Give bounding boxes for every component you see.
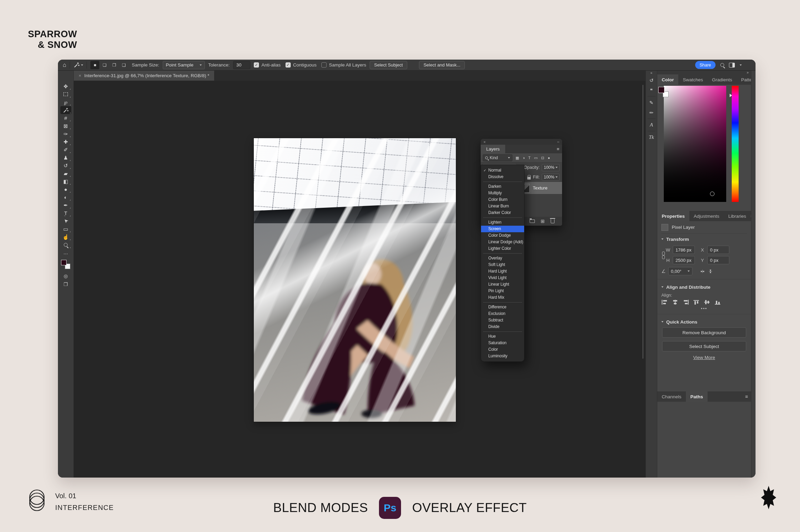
- delete-layer-icon[interactable]: [551, 219, 554, 223]
- filter-attribute-icon[interactable]: ●: [548, 156, 550, 160]
- slice-tool-icon[interactable]: ⊠: [60, 122, 71, 130]
- align-top-icon[interactable]: [693, 300, 700, 305]
- lasso-tool-icon[interactable]: ℘: [60, 98, 71, 106]
- chevron-down-icon[interactable]: [740, 64, 742, 66]
- blend-mode-item-subtract[interactable]: Subtract: [481, 317, 524, 324]
- color-cursor[interactable]: [710, 192, 714, 196]
- move-tool-icon[interactable]: ✥: [60, 82, 71, 90]
- lock-icon[interactable]: [527, 177, 531, 180]
- blend-mode-item-vivid-light[interactable]: Vivid Light: [481, 275, 524, 281]
- foreground-color-swatch[interactable]: [61, 260, 67, 265]
- tab-layers[interactable]: Layers: [481, 145, 505, 153]
- blend-mode-item-linear-dodge-add-[interactable]: Linear Dodge (Add): [481, 239, 524, 245]
- panel-collapse-icon[interactable]: ‹‹: [557, 140, 559, 144]
- add-to-selection-icon[interactable]: ❏: [100, 61, 109, 69]
- remove-background-button[interactable]: Remove Background: [662, 327, 746, 338]
- search-icon[interactable]: [720, 63, 724, 67]
- close-icon[interactable]: ×: [483, 140, 486, 144]
- clone-stamp-tool-icon[interactable]: ♟: [60, 154, 71, 162]
- hue-slider[interactable]: [732, 86, 739, 202]
- panels-expand-icon[interactable]: »: [657, 71, 751, 74]
- history-panel-icon[interactable]: ↺: [646, 75, 657, 85]
- eyedropper-tool-icon[interactable]: ✑: [60, 130, 71, 138]
- new-group-icon[interactable]: [530, 219, 535, 223]
- dodge-tool-icon[interactable]: ◐: [60, 193, 71, 201]
- home-icon[interactable]: ⌂: [63, 62, 66, 69]
- height-input[interactable]: 2500 px: [673, 256, 695, 264]
- blend-mode-item-difference[interactable]: Difference: [481, 304, 524, 310]
- align-center-vertical-icon[interactable]: [704, 300, 710, 305]
- rotate-input[interactable]: 0,00°: [668, 267, 692, 275]
- history-brush-tool-icon[interactable]: ↺: [60, 162, 71, 170]
- quick-mask-icon[interactable]: ◎: [60, 272, 71, 280]
- blend-mode-item-lighter-color[interactable]: Lighter Color: [481, 245, 524, 252]
- tab-swatches[interactable]: Swatches: [678, 74, 708, 85]
- quick-actions-header[interactable]: Quick Actions: [661, 316, 747, 327]
- dock-collapse-icon[interactable]: «: [650, 71, 652, 75]
- filter-adjustment-layers-icon[interactable]: ◑: [522, 156, 525, 160]
- checkbox-icon[interactable]: ✓: [254, 62, 259, 68]
- edit-toolbar-icon[interactable]: ⋯: [63, 251, 68, 256]
- zoom-tool-icon[interactable]: [60, 241, 71, 249]
- filter-shape-layers-icon[interactable]: ▭: [534, 156, 538, 160]
- blend-mode-item-luminosity[interactable]: Luminosity: [481, 353, 524, 359]
- checkbox-icon[interactable]: ✓: [286, 62, 291, 68]
- select-and-mask-button[interactable]: Select and Mask...: [419, 61, 465, 69]
- brush-settings-panel-icon[interactable]: ✎: [646, 98, 657, 108]
- tab-channels[interactable]: Channels: [657, 391, 686, 402]
- blend-mode-item-screen[interactable]: Screen: [481, 226, 524, 232]
- filter-type-layers-icon[interactable]: T: [528, 156, 531, 160]
- blend-mode-item-color[interactable]: Color: [481, 346, 524, 353]
- panel-menu-icon[interactable]: ≡: [557, 146, 559, 152]
- gradient-tool-icon[interactable]: ◧: [60, 177, 71, 185]
- blend-mode-item-overlay[interactable]: Overlay: [481, 255, 524, 262]
- flip-vertical-icon[interactable]: ▸|◂: [709, 270, 712, 273]
- checkbox-icon[interactable]: [321, 62, 327, 68]
- tab-color[interactable]: Color: [657, 74, 678, 85]
- checkbox-contiguous[interactable]: ✓Contiguous: [286, 62, 317, 68]
- share-button[interactable]: Share: [695, 61, 716, 69]
- layers-panel-titlebar[interactable]: × ‹‹: [481, 139, 562, 145]
- align-left-icon[interactable]: [661, 300, 668, 305]
- foreground-color-swatch[interactable]: [658, 87, 664, 93]
- new-selection-icon[interactable]: ■: [90, 61, 99, 69]
- width-input[interactable]: 1786 px: [673, 246, 695, 254]
- select-subject-quick-button[interactable]: Select Subject: [662, 341, 746, 351]
- saturation-field[interactable]: [664, 86, 726, 202]
- tab-properties[interactable]: Properties: [657, 211, 689, 221]
- blend-mode-item-color-burn[interactable]: Color Burn: [481, 196, 524, 203]
- x-input[interactable]: 0 px: [707, 246, 729, 254]
- brush-tool-icon[interactable]: ✐: [60, 146, 71, 154]
- eraser-tool-icon[interactable]: ▰: [60, 170, 71, 177]
- checkbox-anti-alias[interactable]: ✓Anti-alias: [254, 62, 281, 68]
- layer-filter-select[interactable]: Kind: [483, 154, 512, 161]
- pen-tool-icon[interactable]: ✒: [60, 201, 71, 209]
- fill-select[interactable]: 100%: [542, 174, 560, 181]
- magic-wand-tool-icon[interactable]: [60, 106, 71, 114]
- align-more-icon[interactable]: •••: [661, 306, 747, 312]
- checkbox-sample-all-layers[interactable]: Sample All Layers: [321, 62, 366, 68]
- align-center-horizontal-icon[interactable]: [672, 300, 678, 305]
- blend-mode-item-hard-light[interactable]: Hard Light: [481, 268, 524, 275]
- tab-gradients[interactable]: Gradients: [708, 74, 737, 85]
- screen-mode-icon[interactable]: ❐: [60, 280, 71, 288]
- align-bottom-icon[interactable]: [715, 300, 721, 305]
- blend-mode-item-pin-light[interactable]: Pin Light: [481, 288, 524, 294]
- crop-tool-icon[interactable]: #: [60, 114, 71, 122]
- blend-mode-item-hue[interactable]: Hue: [481, 333, 524, 340]
- select-subject-button[interactable]: Select Subject: [370, 61, 407, 69]
- healing-brush-tool-icon[interactable]: ✚: [60, 138, 71, 146]
- link-dimensions-icon[interactable]: [661, 252, 665, 259]
- marquee-tool-icon[interactable]: [60, 90, 71, 98]
- align-section-header[interactable]: Align and Distribute: [661, 282, 747, 293]
- blend-mode-item-linear-light[interactable]: Linear Light: [481, 281, 524, 288]
- active-tool-preset[interactable]: [73, 62, 83, 68]
- blend-mode-item-darken[interactable]: Darken: [481, 183, 524, 190]
- hue-slider-marker[interactable]: [730, 94, 732, 97]
- view-more-link[interactable]: View More: [661, 355, 747, 360]
- sample-size-select[interactable]: Point Sample: [163, 61, 205, 69]
- color-swatches[interactable]: [61, 260, 70, 269]
- opacity-select[interactable]: 100%: [542, 164, 560, 171]
- align-right-icon[interactable]: [683, 300, 689, 305]
- blend-mode-item-darker-color[interactable]: Darker Color: [481, 209, 524, 216]
